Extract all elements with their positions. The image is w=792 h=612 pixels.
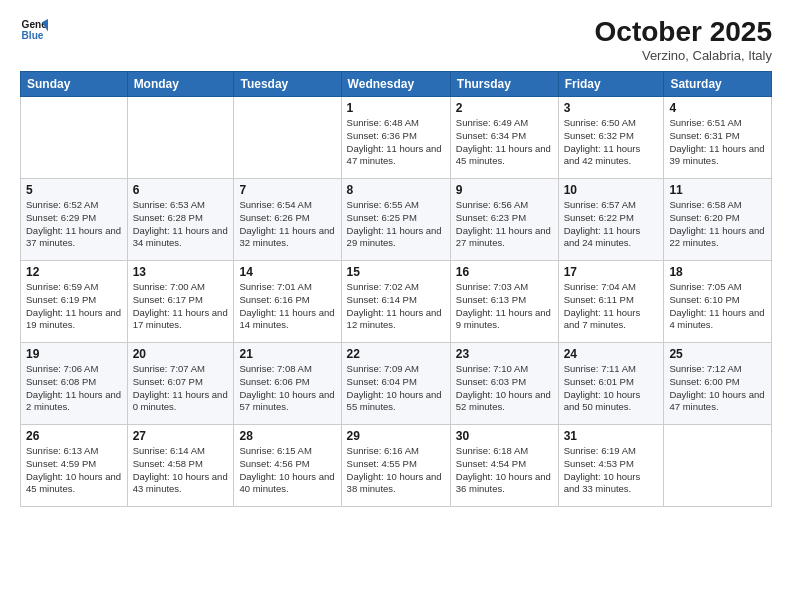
cell-info: Sunrise: 6:56 AM Sunset: 6:23 PM Dayligh… xyxy=(456,199,553,250)
cell-day-number: 11 xyxy=(669,183,766,197)
table-row: 25Sunrise: 7:12 AM Sunset: 6:00 PM Dayli… xyxy=(664,343,772,425)
cell-day-number: 27 xyxy=(133,429,229,443)
cell-day-number: 21 xyxy=(239,347,335,361)
table-row: 12Sunrise: 6:59 AM Sunset: 6:19 PM Dayli… xyxy=(21,261,128,343)
cell-day-number: 19 xyxy=(26,347,122,361)
cell-info: Sunrise: 6:18 AM Sunset: 4:54 PM Dayligh… xyxy=(456,445,553,496)
col-saturday: Saturday xyxy=(664,72,772,97)
subtitle: Verzino, Calabria, Italy xyxy=(595,48,772,63)
cell-info: Sunrise: 7:06 AM Sunset: 6:08 PM Dayligh… xyxy=(26,363,122,414)
cell-day-number: 24 xyxy=(564,347,659,361)
cell-day-number: 5 xyxy=(26,183,122,197)
table-row: 9Sunrise: 6:56 AM Sunset: 6:23 PM Daylig… xyxy=(450,179,558,261)
calendar-row-1: 5Sunrise: 6:52 AM Sunset: 6:29 PM Daylig… xyxy=(21,179,772,261)
cell-day-number: 18 xyxy=(669,265,766,279)
cell-day-number: 6 xyxy=(133,183,229,197)
calendar-row-0: 1Sunrise: 6:48 AM Sunset: 6:36 PM Daylig… xyxy=(21,97,772,179)
calendar-header-row: Sunday Monday Tuesday Wednesday Thursday… xyxy=(21,72,772,97)
cell-day-number: 25 xyxy=(669,347,766,361)
table-row: 24Sunrise: 7:11 AM Sunset: 6:01 PM Dayli… xyxy=(558,343,664,425)
table-row: 1Sunrise: 6:48 AM Sunset: 6:36 PM Daylig… xyxy=(341,97,450,179)
cell-info: Sunrise: 7:10 AM Sunset: 6:03 PM Dayligh… xyxy=(456,363,553,414)
cell-info: Sunrise: 6:19 AM Sunset: 4:53 PM Dayligh… xyxy=(564,445,659,496)
month-title: October 2025 xyxy=(595,16,772,48)
table-row: 7Sunrise: 6:54 AM Sunset: 6:26 PM Daylig… xyxy=(234,179,341,261)
table-row: 5Sunrise: 6:52 AM Sunset: 6:29 PM Daylig… xyxy=(21,179,128,261)
cell-day-number: 1 xyxy=(347,101,445,115)
cell-day-number: 13 xyxy=(133,265,229,279)
table-row: 15Sunrise: 7:02 AM Sunset: 6:14 PM Dayli… xyxy=(341,261,450,343)
cell-info: Sunrise: 6:54 AM Sunset: 6:26 PM Dayligh… xyxy=(239,199,335,250)
calendar-row-2: 12Sunrise: 6:59 AM Sunset: 6:19 PM Dayli… xyxy=(21,261,772,343)
table-row: 23Sunrise: 7:10 AM Sunset: 6:03 PM Dayli… xyxy=(450,343,558,425)
table-row: 6Sunrise: 6:53 AM Sunset: 6:28 PM Daylig… xyxy=(127,179,234,261)
col-tuesday: Tuesday xyxy=(234,72,341,97)
table-row: 10Sunrise: 6:57 AM Sunset: 6:22 PM Dayli… xyxy=(558,179,664,261)
cell-info: Sunrise: 7:05 AM Sunset: 6:10 PM Dayligh… xyxy=(669,281,766,332)
cell-info: Sunrise: 6:50 AM Sunset: 6:32 PM Dayligh… xyxy=(564,117,659,168)
col-thursday: Thursday xyxy=(450,72,558,97)
cell-info: Sunrise: 6:13 AM Sunset: 4:59 PM Dayligh… xyxy=(26,445,122,496)
cell-day-number: 28 xyxy=(239,429,335,443)
table-row: 26Sunrise: 6:13 AM Sunset: 4:59 PM Dayli… xyxy=(21,425,128,507)
cell-info: Sunrise: 6:59 AM Sunset: 6:19 PM Dayligh… xyxy=(26,281,122,332)
col-sunday: Sunday xyxy=(21,72,128,97)
table-row xyxy=(21,97,128,179)
cell-day-number: 29 xyxy=(347,429,445,443)
cell-day-number: 2 xyxy=(456,101,553,115)
cell-info: Sunrise: 7:11 AM Sunset: 6:01 PM Dayligh… xyxy=(564,363,659,414)
cell-info: Sunrise: 6:57 AM Sunset: 6:22 PM Dayligh… xyxy=(564,199,659,250)
table-row: 19Sunrise: 7:06 AM Sunset: 6:08 PM Dayli… xyxy=(21,343,128,425)
cell-info: Sunrise: 6:52 AM Sunset: 6:29 PM Dayligh… xyxy=(26,199,122,250)
table-row: 2Sunrise: 6:49 AM Sunset: 6:34 PM Daylig… xyxy=(450,97,558,179)
cell-info: Sunrise: 7:09 AM Sunset: 6:04 PM Dayligh… xyxy=(347,363,445,414)
col-monday: Monday xyxy=(127,72,234,97)
cell-info: Sunrise: 7:02 AM Sunset: 6:14 PM Dayligh… xyxy=(347,281,445,332)
calendar-row-3: 19Sunrise: 7:06 AM Sunset: 6:08 PM Dayli… xyxy=(21,343,772,425)
table-row: 22Sunrise: 7:09 AM Sunset: 6:04 PM Dayli… xyxy=(341,343,450,425)
cell-day-number: 7 xyxy=(239,183,335,197)
calendar-row-4: 26Sunrise: 6:13 AM Sunset: 4:59 PM Dayli… xyxy=(21,425,772,507)
cell-day-number: 3 xyxy=(564,101,659,115)
cell-info: Sunrise: 7:00 AM Sunset: 6:17 PM Dayligh… xyxy=(133,281,229,332)
cell-info: Sunrise: 6:15 AM Sunset: 4:56 PM Dayligh… xyxy=(239,445,335,496)
table-row: 4Sunrise: 6:51 AM Sunset: 6:31 PM Daylig… xyxy=(664,97,772,179)
cell-day-number: 10 xyxy=(564,183,659,197)
table-row: 27Sunrise: 6:14 AM Sunset: 4:58 PM Dayli… xyxy=(127,425,234,507)
cell-day-number: 26 xyxy=(26,429,122,443)
cell-info: Sunrise: 6:53 AM Sunset: 6:28 PM Dayligh… xyxy=(133,199,229,250)
calendar-table: Sunday Monday Tuesday Wednesday Thursday… xyxy=(20,71,772,507)
table-row: 14Sunrise: 7:01 AM Sunset: 6:16 PM Dayli… xyxy=(234,261,341,343)
table-row: 17Sunrise: 7:04 AM Sunset: 6:11 PM Dayli… xyxy=(558,261,664,343)
cell-day-number: 14 xyxy=(239,265,335,279)
cell-info: Sunrise: 6:16 AM Sunset: 4:55 PM Dayligh… xyxy=(347,445,445,496)
col-friday: Friday xyxy=(558,72,664,97)
table-row: 8Sunrise: 6:55 AM Sunset: 6:25 PM Daylig… xyxy=(341,179,450,261)
cell-info: Sunrise: 6:49 AM Sunset: 6:34 PM Dayligh… xyxy=(456,117,553,168)
table-row: 29Sunrise: 6:16 AM Sunset: 4:55 PM Dayli… xyxy=(341,425,450,507)
cell-info: Sunrise: 6:14 AM Sunset: 4:58 PM Dayligh… xyxy=(133,445,229,496)
cell-day-number: 20 xyxy=(133,347,229,361)
table-row: 3Sunrise: 6:50 AM Sunset: 6:32 PM Daylig… xyxy=(558,97,664,179)
table-row xyxy=(664,425,772,507)
table-row: 31Sunrise: 6:19 AM Sunset: 4:53 PM Dayli… xyxy=(558,425,664,507)
cell-info: Sunrise: 7:03 AM Sunset: 6:13 PM Dayligh… xyxy=(456,281,553,332)
cell-info: Sunrise: 6:55 AM Sunset: 6:25 PM Dayligh… xyxy=(347,199,445,250)
cell-info: Sunrise: 6:48 AM Sunset: 6:36 PM Dayligh… xyxy=(347,117,445,168)
title-block: October 2025 Verzino, Calabria, Italy xyxy=(595,16,772,63)
logo: General Blue xyxy=(20,16,48,44)
page: General Blue October 2025 Verzino, Calab… xyxy=(0,0,792,612)
logo-icon: General Blue xyxy=(20,16,48,44)
cell-day-number: 17 xyxy=(564,265,659,279)
svg-text:Blue: Blue xyxy=(22,30,44,41)
table-row: 13Sunrise: 7:00 AM Sunset: 6:17 PM Dayli… xyxy=(127,261,234,343)
cell-info: Sunrise: 6:58 AM Sunset: 6:20 PM Dayligh… xyxy=(669,199,766,250)
cell-info: Sunrise: 7:01 AM Sunset: 6:16 PM Dayligh… xyxy=(239,281,335,332)
cell-info: Sunrise: 7:12 AM Sunset: 6:00 PM Dayligh… xyxy=(669,363,766,414)
cell-day-number: 16 xyxy=(456,265,553,279)
cell-day-number: 4 xyxy=(669,101,766,115)
cell-day-number: 15 xyxy=(347,265,445,279)
table-row: 18Sunrise: 7:05 AM Sunset: 6:10 PM Dayli… xyxy=(664,261,772,343)
cell-info: Sunrise: 7:04 AM Sunset: 6:11 PM Dayligh… xyxy=(564,281,659,332)
cell-info: Sunrise: 6:51 AM Sunset: 6:31 PM Dayligh… xyxy=(669,117,766,168)
